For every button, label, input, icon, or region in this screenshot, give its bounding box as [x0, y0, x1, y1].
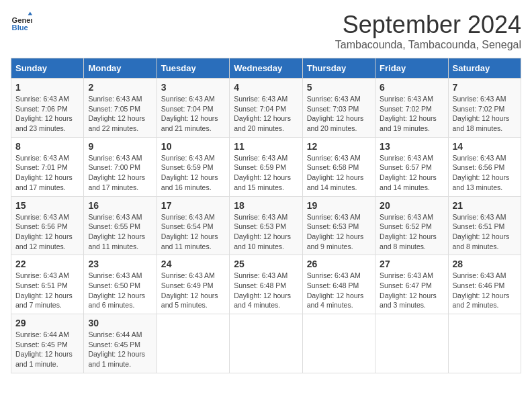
daylight-minutes: and 2 minutes.: [453, 301, 499, 309]
day-info: Sunrise: 6:43 AM Sunset: 6:49 PM Dayligh…: [161, 271, 225, 310]
calendar-cell: 2 Sunrise: 6:43 AM Sunset: 7:05 PM Dayli…: [84, 79, 157, 138]
sunrise-label: Sunrise: 6:43 AM: [88, 95, 142, 103]
sunset-label: Sunset: 6:48 PM: [307, 281, 359, 289]
day-info: Sunrise: 6:43 AM Sunset: 7:00 PM Dayligh…: [88, 153, 152, 193]
daylight-minutes: and 1 minute.: [88, 360, 131, 368]
sunrise-label: Sunrise: 6:43 AM: [380, 213, 433, 221]
daylight-minutes: and 10 minutes.: [234, 242, 284, 250]
calendar-cell: 18 Sunrise: 6:43 AM Sunset: 6:53 PM Dayl…: [230, 196, 302, 255]
calendar-week-1: 1 Sunrise: 6:43 AM Sunset: 7:06 PM Dayli…: [11, 79, 521, 138]
sunset-label: Sunset: 6:53 PM: [307, 222, 359, 230]
sunrise-label: Sunrise: 6:43 AM: [161, 95, 215, 103]
sunset-label: Sunset: 7:06 PM: [15, 105, 68, 113]
day-number: 29: [15, 318, 79, 328]
calendar-cell: 10 Sunrise: 6:43 AM Sunset: 6:59 PM Dayl…: [157, 137, 229, 196]
sunset-label: Sunset: 7:02 PM: [453, 105, 505, 113]
sunrise-label: Sunrise: 6:43 AM: [234, 154, 287, 162]
sunset-label: Sunset: 6:45 PM: [88, 340, 140, 349]
sunrise-label: Sunrise: 6:43 AM: [307, 95, 361, 103]
daylight-minutes: and 20 minutes.: [307, 124, 357, 132]
daylight-minutes: and 18 minutes.: [453, 124, 503, 132]
day-number: 7: [453, 82, 517, 93]
location-title: Tambacounda, Tambacounda, Senegal: [335, 39, 521, 51]
calendar-cell: [157, 314, 229, 373]
sunset-label: Sunset: 6:53 PM: [234, 222, 286, 230]
daylight-minutes: and 21 minutes.: [161, 124, 212, 132]
day-info: Sunrise: 6:43 AM Sunset: 7:04 PM Dayligh…: [161, 94, 225, 134]
day-number: 28: [453, 259, 517, 269]
daylight-label: Daylight: 12 hours: [380, 232, 437, 240]
daylight-label: Daylight: 12 hours: [88, 232, 145, 240]
daylight-minutes: and 19 minutes.: [380, 124, 430, 132]
calendar-week-5: 29 Sunrise: 6:44 AM Sunset: 6:45 PM Dayl…: [11, 314, 521, 373]
days-header-row: SundayMondayTuesdayWednesdayThursdayFrid…: [11, 58, 521, 79]
sunrise-label: Sunrise: 6:43 AM: [380, 271, 433, 279]
sunset-label: Sunset: 6:59 PM: [161, 163, 214, 171]
daylight-minutes: and 22 minutes.: [88, 124, 138, 132]
calendar-cell: 16 Sunrise: 6:43 AM Sunset: 6:55 PM Dayl…: [84, 196, 157, 255]
sunrise-label: Sunrise: 6:43 AM: [380, 95, 433, 103]
sunset-label: Sunset: 6:47 PM: [380, 281, 432, 289]
day-number: 18: [234, 200, 298, 211]
day-number: 3: [161, 82, 225, 93]
calendar-cell: 14 Sunrise: 6:43 AM Sunset: 6:56 PM Dayl…: [448, 137, 521, 196]
daylight-label: Daylight: 12 hours: [88, 291, 145, 300]
sunset-label: Sunset: 6:58 PM: [307, 163, 359, 171]
day-info: Sunrise: 6:43 AM Sunset: 6:50 PM Dayligh…: [88, 271, 152, 310]
day-info: Sunrise: 6:43 AM Sunset: 7:02 PM Dayligh…: [453, 94, 517, 134]
svg-text:General: General: [12, 16, 32, 24]
sunset-label: Sunset: 6:54 PM: [161, 222, 214, 230]
day-number: 16: [88, 200, 152, 211]
sunset-label: Sunset: 7:01 PM: [15, 163, 68, 171]
daylight-minutes: and 8 minutes.: [380, 242, 426, 250]
sunset-label: Sunset: 6:51 PM: [453, 222, 505, 230]
svg-text:Blue: Blue: [12, 24, 28, 32]
month-title: September 2024: [335, 11, 521, 39]
daylight-minutes: and 14 minutes.: [307, 183, 357, 191]
sunrise-label: Sunrise: 6:44 AM: [15, 330, 69, 338]
day-number: 6: [380, 82, 443, 93]
daylight-label: Daylight: 12 hours: [88, 173, 145, 181]
daylight-label: Daylight: 12 hours: [380, 173, 437, 181]
day-info: Sunrise: 6:43 AM Sunset: 6:56 PM Dayligh…: [15, 212, 79, 252]
day-number: 13: [380, 141, 443, 152]
day-number: 20: [380, 200, 443, 211]
day-info: Sunrise: 6:43 AM Sunset: 7:06 PM Dayligh…: [15, 94, 79, 134]
day-number: 10: [161, 141, 225, 152]
daylight-label: Daylight: 12 hours: [234, 114, 291, 122]
sunset-label: Sunset: 6:56 PM: [453, 163, 505, 171]
calendar-cell: 21 Sunrise: 6:43 AM Sunset: 6:51 PM Dayl…: [448, 196, 521, 255]
calendar-cell: 12 Sunrise: 6:43 AM Sunset: 6:58 PM Dayl…: [302, 137, 375, 196]
sunset-label: Sunset: 6:46 PM: [453, 281, 505, 289]
day-number: 1: [15, 82, 79, 93]
daylight-label: Daylight: 12 hours: [234, 173, 291, 181]
sunset-label: Sunset: 6:49 PM: [161, 281, 214, 289]
sunset-label: Sunset: 6:52 PM: [380, 222, 432, 230]
day-number: 21: [453, 200, 517, 211]
calendar-cell: [302, 314, 375, 373]
day-header-saturday: Saturday: [448, 58, 521, 79]
daylight-label: Daylight: 12 hours: [15, 114, 73, 122]
daylight-label: Daylight: 12 hours: [234, 291, 291, 300]
sunset-label: Sunset: 7:04 PM: [234, 105, 286, 113]
sunset-label: Sunset: 7:05 PM: [88, 105, 140, 113]
day-number: 26: [307, 259, 371, 269]
calendar-cell: 1 Sunrise: 6:43 AM Sunset: 7:06 PM Dayli…: [11, 79, 84, 138]
daylight-label: Daylight: 12 hours: [453, 232, 510, 240]
calendar-cell: 4 Sunrise: 6:43 AM Sunset: 7:04 PM Dayli…: [230, 79, 302, 138]
calendar-cell: 25 Sunrise: 6:43 AM Sunset: 6:48 PM Dayl…: [230, 255, 302, 314]
calendar-cell: 27 Sunrise: 6:43 AM Sunset: 6:47 PM Dayl…: [375, 255, 448, 314]
calendar-cell: 8 Sunrise: 6:43 AM Sunset: 7:01 PM Dayli…: [11, 137, 84, 196]
day-info: Sunrise: 6:43 AM Sunset: 6:46 PM Dayligh…: [453, 271, 517, 310]
day-header-monday: Monday: [84, 58, 157, 79]
daylight-minutes: and 4 minutes.: [234, 301, 280, 309]
day-number: 30: [88, 318, 152, 328]
daylight-label: Daylight: 12 hours: [88, 350, 145, 358]
daylight-minutes: and 17 minutes.: [15, 183, 66, 191]
calendar-cell: 24 Sunrise: 6:43 AM Sunset: 6:49 PM Dayl…: [157, 255, 229, 314]
daylight-label: Daylight: 12 hours: [161, 173, 218, 181]
daylight-label: Daylight: 12 hours: [15, 232, 73, 240]
calendar-cell: 19 Sunrise: 6:43 AM Sunset: 6:53 PM Dayl…: [302, 196, 375, 255]
daylight-label: Daylight: 12 hours: [453, 291, 510, 300]
day-number: 14: [453, 141, 517, 152]
